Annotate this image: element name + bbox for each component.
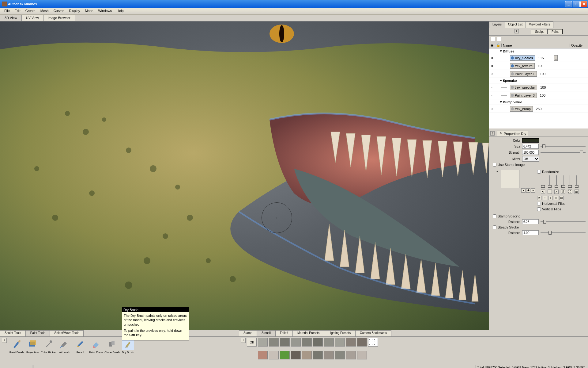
tab-stencil[interactable]: Stencil — [257, 330, 275, 336]
menu-mesh[interactable]: Mesh — [38, 8, 51, 14]
stamp-preview[interactable] — [501, 170, 519, 188]
tool-airbrush[interactable]: Airbrush — [56, 338, 72, 354]
spacing-distance-input[interactable] — [522, 219, 539, 224]
layer-row[interactable]: ◆ Dry_Scales 115 ▴▾ — [489, 54, 588, 62]
visibility-toggle[interactable]: ○ — [489, 86, 495, 89]
size-input[interactable] — [522, 144, 539, 149]
visibility-toggle[interactable]: ○ — [489, 94, 495, 97]
new-layer-button[interactable] — [491, 37, 495, 41]
layer-row[interactable]: ○ trex_specular 100 — [489, 83, 588, 91]
stamp-vslider[interactable] — [568, 175, 572, 188]
paint-mode-button[interactable]: Paint — [548, 29, 563, 34]
tab-stamp[interactable]: Stamp — [239, 330, 257, 336]
tab-image-browser[interactable]: Image Browser — [43, 15, 75, 21]
stamp-vslider[interactable] — [548, 175, 552, 188]
tab-uv-view[interactable]: UV View — [21, 15, 43, 21]
stencil-swatch[interactable] — [324, 338, 334, 347]
stencil-swatch[interactable] — [258, 338, 268, 347]
stencil-swatch[interactable] — [302, 338, 312, 347]
stencil-swatch[interactable] — [258, 351, 268, 359]
tab-lighting-presets[interactable]: Lighting Presets — [324, 330, 355, 336]
stamp-center-button[interactable]: ◆ — [526, 188, 530, 193]
steady-distance-slider[interactable] — [541, 231, 586, 235]
visibility-toggle[interactable]: ◆ — [489, 64, 495, 68]
stencil-swatch[interactable] — [357, 338, 367, 347]
layer-group-diffuse[interactable]: ▾Diffuse — [489, 48, 588, 54]
layers-list[interactable]: ▾Diffuse ◆ Dry_Scales 115 ▴▾ ◆ trex_text… — [489, 48, 588, 128]
layer-row[interactable]: ○ Paint Layer 1 100 — [489, 70, 588, 78]
tab-layers[interactable]: Layers — [489, 21, 505, 28]
tab-object-list[interactable]: Object List — [505, 21, 526, 28]
grid-icon[interactable]: ▦ — [575, 190, 579, 194]
stencil-swatch[interactable] — [335, 351, 345, 359]
tool-pencil[interactable]: Pencil — [72, 338, 88, 354]
steady-distance-input[interactable] — [522, 230, 539, 235]
tool-paint-brush[interactable]: Paint Brush — [9, 338, 24, 354]
tab-material-presets[interactable]: Material Presets — [293, 330, 324, 336]
tool-clone-brush[interactable]: Clone Brush — [104, 338, 120, 354]
tab-falloff[interactable]: Falloff — [275, 330, 293, 336]
menu-edit[interactable]: Edit — [12, 8, 23, 14]
menu-create[interactable]: Create — [23, 8, 38, 14]
expand-icon[interactable]: ⛶ — [568, 190, 572, 194]
use-stamp-checkbox[interactable]: Use Stamp Image — [493, 163, 586, 167]
stencil-swatch[interactable] — [313, 351, 323, 359]
tool-color-picker[interactable]: Color Picker — [40, 338, 56, 354]
expand-stencil-button[interactable]: ⟩ — [241, 338, 246, 343]
collapse-icon[interactable]: ⟨ — [514, 29, 519, 33]
stencil-swatch[interactable] — [313, 338, 323, 347]
move-icon[interactable]: ↔ — [548, 190, 552, 194]
tab-paint-tools[interactable]: Paint Tools — [26, 330, 50, 336]
visibility-toggle[interactable]: ○ — [489, 72, 495, 76]
stencil-swatch[interactable] — [324, 351, 334, 359]
collapse-icon[interactable]: ⟨ — [490, 131, 495, 136]
strength-slider[interactable] — [541, 150, 586, 155]
visibility-toggle[interactable]: ○ — [489, 107, 495, 111]
stamp-browse-button[interactable]: ? — [495, 170, 499, 174]
layer-row[interactable]: ◆ trex_texture 100 — [489, 62, 588, 70]
stamp-next-button[interactable]: ▸ — [531, 188, 535, 193]
col-name[interactable]: Name — [501, 44, 570, 47]
spacing-distance-slider[interactable] — [541, 220, 586, 224]
delete-layer-button[interactable] — [497, 37, 501, 41]
menu-file[interactable]: File — [2, 8, 12, 14]
stamp-spacing-checkbox[interactable]: Stamp Spacing — [493, 214, 586, 218]
close-button[interactable]: ✕ — [580, 1, 587, 7]
strength-input[interactable] — [522, 150, 539, 155]
tile-icon[interactable]: ▭ — [554, 196, 558, 200]
minimize-button[interactable]: _ — [565, 1, 572, 7]
menu-help[interactable]: Help — [114, 8, 126, 14]
menu-display[interactable]: Display — [66, 8, 82, 14]
stencil-swatch[interactable] — [346, 351, 356, 359]
vflip-checkbox[interactable]: Vertical Flips — [537, 207, 582, 211]
tab-camera-bookmarks[interactable]: Camera Bookmarks — [355, 330, 391, 336]
steady-stroke-checkbox[interactable]: Steady Stroke — [493, 225, 586, 229]
rotate-icon[interactable]: ⟲ — [541, 190, 545, 194]
stencil-swatch[interactable] — [357, 351, 367, 359]
layer-row[interactable]: ○ Paint Layer 3 100 — [489, 91, 588, 99]
layer-group-specular[interactable]: ▾Specular — [489, 78, 588, 83]
stencil-swatch[interactable] — [291, 351, 301, 359]
reset-icon[interactable]: ⟳ — [537, 196, 541, 200]
tool-paint-erase[interactable]: Paint Erase — [88, 338, 104, 354]
stencil-swatch[interactable] — [269, 351, 279, 359]
stencil-off-button[interactable]: Off — [247, 338, 257, 347]
color-swatch[interactable] — [522, 138, 539, 143]
visibility-toggle[interactable]: ◆ — [489, 56, 495, 60]
maximize-button[interactable]: □ — [573, 1, 580, 7]
stamp-prev-button[interactable]: ◂ — [521, 188, 526, 193]
stamp-vslider[interactable] — [554, 175, 559, 188]
3d-viewport[interactable] — [0, 21, 489, 330]
col-opacity[interactable]: Opacity — [570, 44, 588, 47]
stencil-swatch[interactable] — [346, 338, 356, 347]
expand-tray-button[interactable]: ⟩ — [2, 338, 7, 343]
more-icon[interactable]: ▤ — [559, 196, 564, 200]
tab-3d-view[interactable]: 3D View — [0, 15, 22, 21]
layer-row[interactable]: ○ trex_bump 250 — [489, 105, 588, 113]
stencil-swatch[interactable] — [280, 338, 290, 347]
menu-curves[interactable]: Curves — [51, 8, 67, 14]
stamp-vslider[interactable] — [575, 175, 579, 188]
size-slider[interactable] — [541, 144, 586, 148]
stamp-vslider[interactable] — [561, 175, 565, 188]
flip-v-icon[interactable]: ↕ — [548, 196, 552, 200]
